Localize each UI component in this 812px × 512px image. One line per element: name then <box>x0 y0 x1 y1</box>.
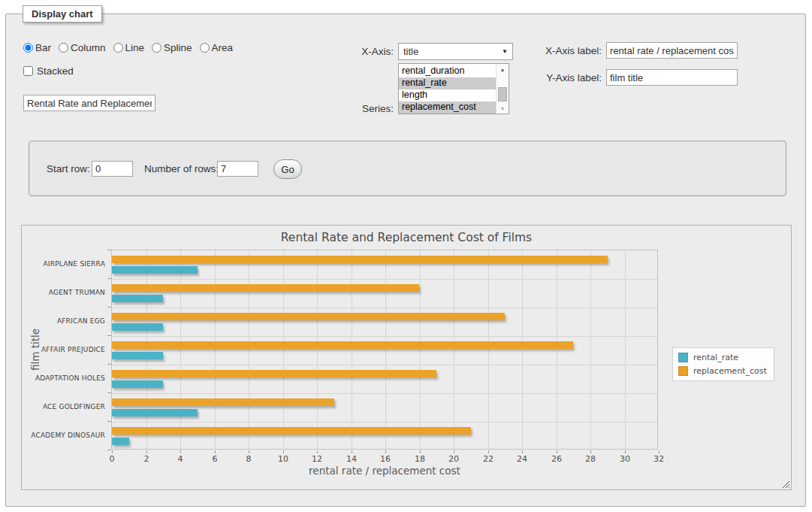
x-tick-mark <box>659 450 660 453</box>
x-tick-mark <box>352 450 352 453</box>
x-tick-mark <box>522 450 523 453</box>
chart-title-input[interactable] <box>23 95 155 111</box>
radio-label-line: Line <box>125 42 145 53</box>
gridline-vertical <box>522 250 523 449</box>
y-tick-label: ACE GOLDFINGER <box>22 392 105 421</box>
radio-label-spline: Spline <box>164 42 192 53</box>
x-tick-mark <box>146 450 147 453</box>
radio-spline[interactable] <box>152 43 161 53</box>
start-row-label: Start row: <box>47 163 90 174</box>
gridline-vertical <box>590 250 591 449</box>
chart-x-axis-title: rental rate / replacement cost <box>111 465 658 477</box>
x-tick-mark <box>112 450 113 453</box>
x-axis-label-text: X-Axis: <box>329 46 394 57</box>
series-option-rental_duration[interactable]: rental_duration <box>399 65 496 77</box>
x-tick-label: 18 <box>409 454 431 464</box>
chart-type-option-line[interactable]: Line <box>113 42 145 53</box>
scrollbar[interactable]: ▲ ▼ <box>496 64 509 114</box>
x-tick-mark <box>590 450 591 453</box>
x-axis-select[interactable]: title ▼ <box>398 43 513 60</box>
x-tick-mark <box>488 450 489 453</box>
gridline-horizontal <box>112 365 657 365</box>
gridline-vertical <box>283 250 284 449</box>
bar-replacement_cost <box>112 427 471 435</box>
y-tick-label: ADAPTATION HOLES <box>22 364 105 392</box>
y-tick-label: AGENT TRUMAN <box>22 278 105 307</box>
x-tick-mark <box>317 450 318 453</box>
series-option-rental_rate[interactable]: rental_rate <box>399 77 496 89</box>
x-tick-label: 30 <box>614 454 636 464</box>
x-tick-mark <box>625 450 626 453</box>
y-tick-mark <box>107 278 111 279</box>
radio-column[interactable] <box>59 43 68 53</box>
y-tick-label: AFFAIR PREJUDICE <box>22 335 105 364</box>
gridline-vertical <box>317 250 318 449</box>
start-row-input[interactable] <box>92 161 133 177</box>
series-option-replacement_cost[interactable]: replacement_cost <box>399 101 496 114</box>
chart-type-option-column[interactable]: Column <box>59 42 106 53</box>
stacked-label: Stacked <box>37 65 74 77</box>
stacked-checkbox[interactable] <box>23 66 33 76</box>
num-rows-input[interactable] <box>217 161 258 177</box>
chart-type-options: BarColumnLineSplineArea <box>23 42 237 53</box>
bar-rental_rate <box>112 295 163 302</box>
bar-replacement_cost <box>112 284 419 292</box>
chart-panel: Rental Rate and Replacement Cost of Film… <box>21 225 792 490</box>
radio-label-bar: Bar <box>35 42 51 53</box>
series-label-text: Series: <box>329 103 394 114</box>
legend-swatch <box>678 366 688 376</box>
dropdown-arrow-icon: ▼ <box>502 48 508 55</box>
bar-replacement_cost <box>112 398 334 406</box>
x-axis-label-input[interactable] <box>606 42 738 59</box>
resize-grip-icon[interactable] <box>780 479 789 488</box>
series-listbox[interactable]: rental_durationrental_ratelengthreplacem… <box>398 63 509 114</box>
scroll-up-icon[interactable]: ▲ <box>497 64 509 74</box>
plot-area <box>111 250 658 450</box>
x-tick-label: 32 <box>647 454 670 464</box>
scrollbar-thumb[interactable] <box>498 87 507 101</box>
y-axis-label-input[interactable] <box>606 69 738 86</box>
x-tick-mark <box>385 450 386 453</box>
y-tick-mark <box>107 335 111 336</box>
gridline-vertical <box>146 250 147 449</box>
stacked-option[interactable]: Stacked <box>23 65 74 77</box>
chart-type-option-area[interactable]: Area <box>200 42 234 53</box>
x-tick-label: 10 <box>272 454 294 464</box>
chart-legend: rental_ratereplacement_cost <box>672 347 774 381</box>
y-tick-mark <box>107 307 111 308</box>
chart-type-option-spline[interactable]: Spline <box>152 42 192 53</box>
gridline-horizontal <box>112 308 657 308</box>
gridline-vertical <box>488 250 489 449</box>
x-axis-label-field-label: X-Axis label: <box>519 45 602 56</box>
x-tick-label: 16 <box>374 454 397 464</box>
go-button[interactable]: Go <box>273 159 302 179</box>
radio-line[interactable] <box>113 43 123 53</box>
radio-area[interactable] <box>200 43 210 53</box>
y-tick-label: AFRICAN EGG <box>22 307 105 335</box>
y-tick-mark <box>107 450 111 450</box>
y-tick-mark <box>107 421 111 422</box>
bar-replacement_cost <box>112 341 573 349</box>
bar-rental_rate <box>112 409 198 417</box>
chart-type-option-bar[interactable]: Bar <box>23 42 51 53</box>
legend-label: rental_rate <box>688 353 738 362</box>
x-tick-mark <box>249 450 249 453</box>
radio-bar[interactable] <box>23 43 33 53</box>
gridline-vertical <box>215 250 216 449</box>
gridline-vertical <box>420 250 421 449</box>
series-option-length[interactable]: length <box>399 89 496 101</box>
x-tick-label: 8 <box>237 454 260 464</box>
x-tick-mark <box>420 450 421 453</box>
y-axis-label-field-label: Y-Axis label: <box>519 72 602 83</box>
x-tick-mark <box>454 450 454 453</box>
x-tick-label: 4 <box>169 454 192 464</box>
y-tick-label: AIRPLANE SIERRA <box>22 250 105 278</box>
scroll-down-icon[interactable]: ▼ <box>497 103 509 114</box>
legend-swatch <box>678 353 688 362</box>
display-chart-fieldset: Display chart BarColumnLineSplineArea St… <box>5 14 806 507</box>
x-axis-selected-value: title <box>403 46 418 57</box>
y-tick-label: ACADEMY DINOSAUR <box>22 421 105 450</box>
bar-rental_rate <box>112 323 163 331</box>
legend-item-rental_rate: rental_rate <box>678 353 767 362</box>
series-options: rental_durationrental_ratelengthreplacem… <box>399 64 496 114</box>
